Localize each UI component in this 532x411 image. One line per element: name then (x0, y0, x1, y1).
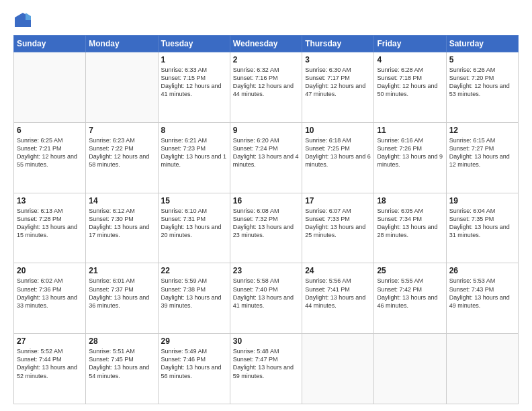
day-info: Sunrise: 6:02 AM Sunset: 7:36 PM Dayligh… (17, 277, 83, 310)
day-number: 4 (377, 55, 443, 64)
day-info: Sunrise: 6:30 AM Sunset: 7:17 PM Dayligh… (305, 66, 371, 99)
day-info: Sunrise: 6:25 AM Sunset: 7:21 PM Dayligh… (17, 136, 83, 169)
day-number: 11 (377, 126, 443, 135)
calendar-cell: 14Sunrise: 6:12 AM Sunset: 7:30 PM Dayli… (86, 193, 158, 263)
weekday-header-friday: Friday (374, 36, 446, 52)
calendar-week-3: 20Sunrise: 6:02 AM Sunset: 7:36 PM Dayli… (14, 263, 519, 334)
day-number: 7 (89, 126, 154, 135)
calendar-cell: 20Sunrise: 6:02 AM Sunset: 7:36 PM Dayli… (14, 263, 86, 334)
day-info: Sunrise: 5:56 AM Sunset: 7:41 PM Dayligh… (305, 277, 371, 310)
calendar-cell: 24Sunrise: 5:56 AM Sunset: 7:41 PM Dayli… (302, 263, 374, 334)
day-number: 9 (233, 126, 299, 135)
day-number: 13 (17, 196, 83, 205)
day-info: Sunrise: 6:23 AM Sunset: 7:22 PM Dayligh… (89, 136, 154, 169)
calendar-cell: 11Sunrise: 6:16 AM Sunset: 7:26 PM Dayli… (374, 122, 446, 193)
calendar-cell: 9Sunrise: 6:20 AM Sunset: 7:24 PM Daylig… (230, 122, 302, 193)
calendar-cell: 5Sunrise: 6:26 AM Sunset: 7:20 PM Daylig… (446, 52, 518, 123)
day-info: Sunrise: 6:07 AM Sunset: 7:33 PM Dayligh… (305, 207, 371, 240)
day-info: Sunrise: 6:26 AM Sunset: 7:20 PM Dayligh… (449, 66, 515, 99)
day-info: Sunrise: 6:21 AM Sunset: 7:23 PM Dayligh… (161, 136, 227, 169)
day-number: 14 (89, 196, 154, 205)
calendar-week-1: 6Sunrise: 6:25 AM Sunset: 7:21 PM Daylig… (14, 122, 519, 193)
calendar-cell: 16Sunrise: 6:08 AM Sunset: 7:32 PM Dayli… (230, 193, 302, 263)
calendar-cell: 18Sunrise: 6:05 AM Sunset: 7:34 PM Dayli… (374, 193, 446, 263)
day-info: Sunrise: 5:52 AM Sunset: 7:44 PM Dayligh… (17, 347, 83, 380)
calendar-cell: 1Sunrise: 6:33 AM Sunset: 7:15 PM Daylig… (158, 52, 230, 123)
day-number: 24 (305, 266, 371, 275)
calendar-table: SundayMondayTuesdayWednesdayThursdayFrid… (13, 35, 519, 404)
day-info: Sunrise: 5:59 AM Sunset: 7:38 PM Dayligh… (161, 277, 227, 310)
calendar-week-2: 13Sunrise: 6:13 AM Sunset: 7:28 PM Dayli… (14, 193, 519, 263)
calendar-header-row: SundayMondayTuesdayWednesdayThursdayFrid… (14, 36, 519, 52)
day-number: 16 (233, 196, 299, 205)
day-info: Sunrise: 5:49 AM Sunset: 7:46 PM Dayligh… (161, 347, 227, 380)
logo-icon (13, 11, 32, 30)
day-number: 10 (305, 126, 371, 135)
calendar-cell: 7Sunrise: 6:23 AM Sunset: 7:22 PM Daylig… (86, 122, 158, 193)
day-info: Sunrise: 6:18 AM Sunset: 7:25 PM Dayligh… (305, 136, 371, 169)
day-number: 12 (449, 126, 515, 135)
day-info: Sunrise: 6:13 AM Sunset: 7:28 PM Dayligh… (17, 207, 83, 240)
calendar-cell: 15Sunrise: 6:10 AM Sunset: 7:31 PM Dayli… (158, 193, 230, 263)
calendar-cell (86, 52, 158, 123)
day-number: 28 (89, 336, 154, 346)
day-number: 1 (161, 55, 227, 64)
calendar-cell: 3Sunrise: 6:30 AM Sunset: 7:17 PM Daylig… (302, 52, 374, 123)
page: SundayMondayTuesdayWednesdayThursdayFrid… (0, 0, 532, 411)
day-number: 20 (17, 266, 83, 275)
day-number: 25 (377, 266, 443, 275)
weekday-header-sunday: Sunday (14, 36, 86, 52)
calendar-cell: 23Sunrise: 5:58 AM Sunset: 7:40 PM Dayli… (230, 263, 302, 334)
day-info: Sunrise: 6:20 AM Sunset: 7:24 PM Dayligh… (233, 136, 299, 169)
svg-marker-1 (26, 13, 31, 20)
day-number: 27 (17, 336, 83, 346)
day-number: 17 (305, 196, 371, 205)
weekday-header-tuesday: Tuesday (158, 36, 230, 52)
calendar-cell: 28Sunrise: 5:51 AM Sunset: 7:45 PM Dayli… (86, 334, 158, 404)
day-info: Sunrise: 5:53 AM Sunset: 7:43 PM Dayligh… (449, 277, 515, 310)
calendar-cell: 13Sunrise: 6:13 AM Sunset: 7:28 PM Dayli… (14, 193, 86, 263)
day-info: Sunrise: 6:04 AM Sunset: 7:35 PM Dayligh… (449, 207, 515, 240)
day-number: 6 (17, 126, 83, 135)
calendar-cell: 19Sunrise: 6:04 AM Sunset: 7:35 PM Dayli… (446, 193, 518, 263)
day-number: 29 (161, 336, 227, 346)
day-info: Sunrise: 6:15 AM Sunset: 7:27 PM Dayligh… (449, 136, 515, 169)
day-info: Sunrise: 6:12 AM Sunset: 7:30 PM Dayligh… (89, 207, 154, 240)
day-info: Sunrise: 5:58 AM Sunset: 7:40 PM Dayligh… (233, 277, 299, 310)
day-number: 19 (449, 196, 515, 205)
day-number: 8 (161, 126, 227, 135)
day-info: Sunrise: 5:51 AM Sunset: 7:45 PM Dayligh… (89, 347, 154, 380)
day-number: 2 (233, 55, 299, 64)
calendar-cell (302, 334, 374, 404)
logo (13, 11, 35, 30)
calendar-cell: 27Sunrise: 5:52 AM Sunset: 7:44 PM Dayli… (14, 334, 86, 404)
weekday-header-monday: Monday (86, 36, 158, 52)
header (13, 11, 519, 30)
calendar-cell: 26Sunrise: 5:53 AM Sunset: 7:43 PM Dayli… (446, 263, 518, 334)
calendar-cell (374, 334, 446, 404)
calendar-cell (446, 334, 518, 404)
day-info: Sunrise: 5:55 AM Sunset: 7:42 PM Dayligh… (377, 277, 443, 310)
calendar-cell: 4Sunrise: 6:28 AM Sunset: 7:18 PM Daylig… (374, 52, 446, 123)
day-info: Sunrise: 5:48 AM Sunset: 7:47 PM Dayligh… (233, 347, 299, 380)
day-info: Sunrise: 6:28 AM Sunset: 7:18 PM Dayligh… (377, 66, 443, 99)
day-number: 21 (89, 266, 154, 275)
calendar-cell: 22Sunrise: 5:59 AM Sunset: 7:38 PM Dayli… (158, 263, 230, 334)
weekday-header-wednesday: Wednesday (230, 36, 302, 52)
calendar-cell: 6Sunrise: 6:25 AM Sunset: 7:21 PM Daylig… (14, 122, 86, 193)
day-info: Sunrise: 6:08 AM Sunset: 7:32 PM Dayligh… (233, 207, 299, 240)
calendar-cell: 29Sunrise: 5:49 AM Sunset: 7:46 PM Dayli… (158, 334, 230, 404)
day-info: Sunrise: 6:05 AM Sunset: 7:34 PM Dayligh… (377, 207, 443, 240)
svg-rect-2 (15, 17, 23, 27)
weekday-header-thursday: Thursday (302, 36, 374, 52)
calendar-cell: 12Sunrise: 6:15 AM Sunset: 7:27 PM Dayli… (446, 122, 518, 193)
day-number: 3 (305, 55, 371, 64)
calendar-cell: 17Sunrise: 6:07 AM Sunset: 7:33 PM Dayli… (302, 193, 374, 263)
day-number: 26 (449, 266, 515, 275)
calendar-cell: 25Sunrise: 5:55 AM Sunset: 7:42 PM Dayli… (374, 263, 446, 334)
day-info: Sunrise: 6:16 AM Sunset: 7:26 PM Dayligh… (377, 136, 443, 169)
day-info: Sunrise: 6:33 AM Sunset: 7:15 PM Dayligh… (161, 66, 227, 99)
day-info: Sunrise: 6:01 AM Sunset: 7:37 PM Dayligh… (89, 277, 154, 310)
day-number: 18 (377, 196, 443, 205)
day-number: 15 (161, 196, 227, 205)
